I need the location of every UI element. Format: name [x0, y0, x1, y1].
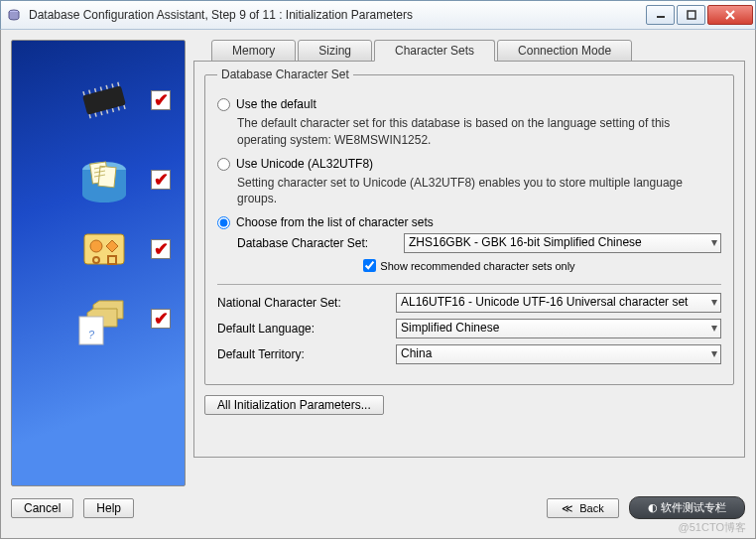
- use-unicode-desc: Setting character set to Unicode (AL32UT…: [237, 175, 721, 208]
- default-territory-select[interactable]: China: [396, 344, 721, 364]
- check-icon: ✔: [151, 90, 171, 110]
- svg-line-15: [101, 111, 102, 115]
- svg-rect-2: [688, 11, 695, 19]
- radio-use-unicode[interactable]: [217, 158, 230, 171]
- default-territory-label: Default Territory:: [217, 347, 396, 361]
- svg-line-19: [124, 105, 125, 109]
- all-init-params-button[interactable]: All Initialization Parameters...: [204, 395, 384, 415]
- default-territory-value: China: [396, 344, 721, 364]
- svg-line-16: [107, 110, 108, 114]
- national-charset-select[interactable]: AL16UTF16 - Unicode UTF-16 Universal cha…: [396, 293, 721, 313]
- radio-choose-list-label: Choose from the list of character sets: [236, 215, 434, 229]
- divider: [217, 284, 721, 285]
- wizard-button-bar: Cancel Help ≪ Back ◐ 软件测试专栏: [11, 496, 745, 519]
- svg-line-17: [112, 108, 113, 112]
- charset-fieldset: Database Character Set Use the default T…: [204, 68, 734, 385]
- close-button[interactable]: [707, 5, 753, 25]
- svg-line-18: [118, 107, 119, 111]
- db-charset-label: Database Character Set:: [237, 236, 396, 250]
- svg-text:?: ?: [88, 329, 95, 340]
- charset-legend: Database Character Set: [217, 68, 353, 81]
- sidebar-step-1: ✔: [12, 61, 185, 140]
- app-icon: [7, 7, 23, 23]
- sidebar-step-4: ? ✔: [12, 279, 185, 358]
- database-files-icon: [69, 145, 139, 214]
- svg-line-12: [118, 82, 119, 86]
- svg-line-8: [95, 88, 96, 92]
- tab-sizing[interactable]: Sizing: [298, 40, 372, 62]
- national-charset-label: National Character Set:: [217, 296, 396, 310]
- radio-use-default[interactable]: [217, 98, 230, 111]
- maximize-button[interactable]: [677, 5, 705, 25]
- watermark: @51CTO博客: [679, 520, 746, 535]
- minimize-button[interactable]: [646, 5, 675, 25]
- back-button[interactable]: ≪ Back: [547, 498, 619, 518]
- svg-rect-26: [84, 234, 124, 264]
- radio-use-default-label: Use the default: [236, 97, 316, 111]
- window-title: Database Configuration Assistant, Step 9…: [29, 8, 644, 22]
- sidebar-step-2: ✔: [12, 140, 185, 219]
- chevron-left-icon: ≪: [562, 502, 573, 514]
- folders-question-icon: ?: [69, 284, 139, 353]
- svg-line-14: [95, 113, 96, 117]
- tab-connection-mode[interactable]: Connection Mode: [497, 40, 632, 62]
- default-language-select[interactable]: Simplified Chinese: [396, 319, 721, 338]
- wizard-sidebar: ✔ ✔ ✔ ? ✔: [11, 40, 186, 486]
- radio-choose-list[interactable]: [217, 216, 230, 229]
- svg-line-11: [112, 83, 113, 87]
- national-charset-value: AL16UTF16 - Unicode UTF-16 Universal cha…: [396, 293, 721, 313]
- check-icon: ✔: [151, 170, 171, 190]
- svg-line-6: [83, 91, 84, 95]
- cancel-button[interactable]: Cancel: [11, 498, 73, 518]
- next-button[interactable]: ◐ 软件测试专栏: [629, 496, 745, 519]
- svg-point-27: [90, 240, 102, 252]
- svg-line-13: [89, 114, 90, 118]
- svg-line-9: [100, 86, 101, 90]
- tools-icon: [69, 214, 139, 284]
- db-charset-select[interactable]: ZHS16GBK - GBK 16-bit Simplified Chinese: [404, 233, 721, 253]
- title-bar: Database Configuration Assistant, Step 9…: [0, 0, 756, 30]
- wechat-icon: ◐: [648, 501, 658, 513]
- tab-memory[interactable]: Memory: [211, 40, 296, 62]
- main-panel: Memory Sizing Character Sets Connection …: [193, 40, 745, 486]
- tab-character-sets[interactable]: Character Sets: [374, 40, 495, 62]
- radio-use-unicode-label: Use Unicode (AL32UTF8): [236, 157, 373, 171]
- show-recommended-checkbox[interactable]: [363, 259, 376, 272]
- check-icon: ✔: [151, 309, 171, 329]
- sidebar-step-3: ✔: [12, 219, 185, 279]
- svg-line-7: [89, 90, 90, 94]
- check-icon: ✔: [151, 239, 171, 259]
- default-language-label: Default Language:: [217, 322, 396, 336]
- help-button[interactable]: Help: [83, 498, 134, 518]
- show-recommended-label: Show recommended character sets only: [380, 260, 574, 272]
- use-default-desc: The default character set for this datab…: [237, 115, 721, 149]
- svg-rect-22: [98, 166, 116, 188]
- chip-icon: [69, 66, 139, 135]
- default-language-value: Simplified Chinese: [396, 319, 721, 338]
- svg-line-10: [106, 85, 107, 89]
- db-charset-value: ZHS16GBK - GBK 16-bit Simplified Chinese: [404, 233, 721, 253]
